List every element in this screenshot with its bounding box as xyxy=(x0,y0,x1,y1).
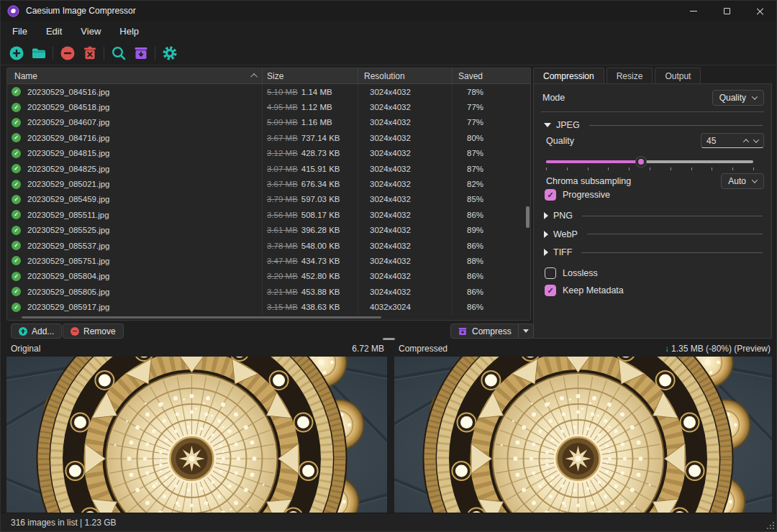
tab-resize[interactable]: Resize xyxy=(606,68,653,83)
slider-fill xyxy=(546,160,641,163)
table-row[interactable]: 20230529_085805.jpg3.21 MB453.88 KB3024x… xyxy=(7,284,530,299)
file-name: 20230529_084815.jpg xyxy=(27,149,109,157)
close-icon xyxy=(756,7,764,15)
table-row[interactable]: 20230529_085751.jpg3.47 MB434.73 KB3024x… xyxy=(7,253,530,268)
compress-button-label: Compress xyxy=(472,326,512,336)
compress-icon[interactable] xyxy=(131,44,150,63)
table-row[interactable]: 20230529_084825.jpg3.07 MB415.91 KB3024x… xyxy=(7,161,530,176)
compress-options-dropdown[interactable] xyxy=(518,324,533,338)
cell-name: 20230529_084518.jpg xyxy=(7,99,263,114)
add-button[interactable]: Add... xyxy=(11,324,62,339)
remove-button[interactable]: Remove xyxy=(63,324,124,339)
table-row[interactable]: 20230529_085537.jpg3.78 MB548.00 KB3024x… xyxy=(7,238,530,253)
cell-resolution: 3024x4032 xyxy=(358,207,453,222)
tab-output[interactable]: Output xyxy=(655,68,701,83)
menu-item-view[interactable]: View xyxy=(81,26,101,37)
close-button[interactable] xyxy=(743,1,776,21)
spin-up-icon[interactable] xyxy=(743,139,749,145)
minimize-icon xyxy=(690,11,697,12)
cell-resolution: 3024x4032 xyxy=(358,115,453,130)
cell-saved: 82% xyxy=(453,176,530,191)
preview-search-icon[interactable] xyxy=(109,44,128,63)
table-row[interactable]: 20230529_084516.jpg5.10 MB1.14 MB3024x40… xyxy=(7,84,530,99)
quality-row: Quality 45 xyxy=(546,133,764,148)
column-label-resolution: Resolution xyxy=(364,71,405,81)
keep-metadata-checkbox-row[interactable]: Keep Metadata xyxy=(545,285,624,296)
status-text: 316 images in list | 1.23 GB xyxy=(11,518,117,528)
menubar: FileEditViewHelp xyxy=(1,21,139,41)
menu-item-file[interactable]: File xyxy=(12,26,27,37)
table-row[interactable]: 20230529_084607.jpg5.09 MB1.16 MB3024x40… xyxy=(7,115,530,130)
original-file-size: 3.12 MB xyxy=(267,149,298,157)
progressive-checkbox-row[interactable]: Progressive xyxy=(545,189,610,201)
minimize-button[interactable] xyxy=(677,1,710,21)
table-row[interactable]: 20230529_084815.jpg3.12 MB428.73 KB3024x… xyxy=(7,146,530,161)
table-row[interactable]: 20230529_085511.jpg3.56 MB508.17 KB3024x… xyxy=(7,207,530,222)
menu-item-edit[interactable]: Edit xyxy=(46,26,62,37)
column-header-name[interactable]: Name xyxy=(7,68,263,83)
keep-metadata-checkbox[interactable] xyxy=(545,285,556,296)
table-row[interactable]: 20230529_084518.jpg4.95 MB1.12 MB3024x40… xyxy=(7,99,530,114)
column-header-size[interactable]: Size xyxy=(263,68,358,83)
quality-spinbox[interactable]: 45 xyxy=(701,133,764,148)
original-file-size: 3.67 MB xyxy=(267,180,298,188)
remove-file-icon[interactable] xyxy=(58,44,77,63)
chroma-dropdown[interactable]: Auto xyxy=(721,173,764,189)
mode-value: Quality xyxy=(719,93,746,103)
lossless-checkbox[interactable] xyxy=(545,267,556,279)
new-file-size: 434.73 KB xyxy=(301,257,340,265)
table-vertical-scrollbar[interactable] xyxy=(526,85,530,318)
settings-gear-icon[interactable] xyxy=(160,44,179,63)
spin-down-icon[interactable] xyxy=(753,137,759,142)
table-row[interactable]: 20230529_085459.jpg3.79 MB597.03 KB3024x… xyxy=(7,192,530,207)
column-header-saved[interactable]: Saved xyxy=(453,68,530,83)
jpeg-section-header[interactable]: JPEG xyxy=(544,120,763,130)
menu-item-help[interactable]: Help xyxy=(119,26,139,37)
compressed-check-icon xyxy=(12,133,21,142)
column-header-resolution[interactable]: Resolution xyxy=(358,68,453,83)
webp-section-label: WebP xyxy=(553,229,578,239)
maximize-button[interactable] xyxy=(710,1,743,21)
caesium-window: Caesium Image Compressor FileEditViewHel… xyxy=(0,0,777,532)
clear-list-icon[interactable] xyxy=(80,44,99,63)
cell-name: 20230529_085917.jpg xyxy=(7,299,263,314)
cell-name: 20230529_085511.jpg xyxy=(7,207,263,222)
png-section-header[interactable]: PNG xyxy=(544,211,763,221)
quality-slider[interactable] xyxy=(546,156,753,166)
splitter-handle[interactable] xyxy=(383,338,395,340)
compressed-preview-image[interactable] xyxy=(394,357,772,513)
window-title: Caesium Image Compressor xyxy=(26,6,136,16)
scrollbar-thumb[interactable] xyxy=(526,206,530,228)
table-horizontal-scrollbar[interactable] xyxy=(22,316,381,318)
toolbar-separator xyxy=(155,47,155,60)
open-folder-icon[interactable] xyxy=(29,44,48,63)
cell-name: 20230529_085751.jpg xyxy=(7,253,263,268)
table-row[interactable]: 20230529_085021.jpg3.67 MB676.34 KB3024x… xyxy=(7,176,530,191)
resize-grip-icon[interactable] xyxy=(765,520,774,529)
compressed-check-icon xyxy=(12,87,21,96)
tab-compression[interactable]: Compression xyxy=(533,68,604,84)
lossless-checkbox-row[interactable]: Lossless xyxy=(545,267,598,279)
progressive-checkbox[interactable] xyxy=(545,189,556,201)
cell-saved: 86% xyxy=(453,269,530,284)
original-preview-image[interactable] xyxy=(6,357,387,513)
cell-resolution: 3024x4032 xyxy=(358,146,453,161)
new-file-size: 1.16 MB xyxy=(301,118,332,127)
cell-name: 20230529_085021.jpg xyxy=(7,176,263,191)
compressed-check-icon xyxy=(12,272,21,281)
slider-tick xyxy=(753,168,754,170)
slider-tick xyxy=(712,168,712,170)
table-row[interactable]: 20230529_085525.jpg3.61 MB396.28 KB3024x… xyxy=(7,223,530,238)
compress-button[interactable]: Compress xyxy=(451,324,518,338)
add-files-icon[interactable] xyxy=(6,44,26,63)
table-row[interactable]: 20230529_085804.jpg3.20 MB452.80 KB3024x… xyxy=(7,269,530,284)
webp-section-header[interactable]: WebP xyxy=(544,229,763,239)
table-row[interactable]: 20230529_085917.jpg3.15 MB438.63 KB4032x… xyxy=(7,299,530,314)
cell-resolution: 3024x4032 xyxy=(358,161,453,176)
new-file-size: 676.34 KB xyxy=(301,180,340,188)
mode-dropdown[interactable]: Quality xyxy=(712,90,764,106)
sort-ascending-icon xyxy=(250,73,258,81)
tiff-section-header[interactable]: TIFF xyxy=(544,247,763,257)
slider-thumb[interactable] xyxy=(636,157,646,167)
table-row[interactable]: 20230529_084716.jpg3.67 MB737.14 KB3024x… xyxy=(7,130,530,145)
